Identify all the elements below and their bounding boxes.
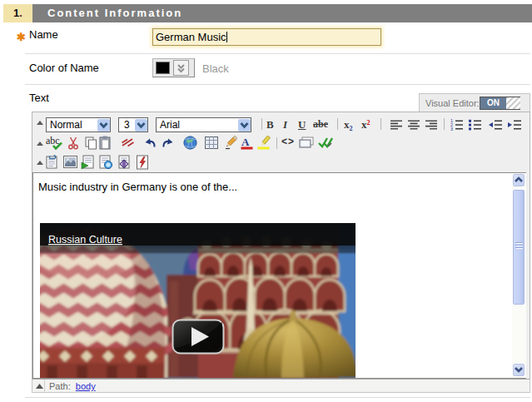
svg-text:Russian Culture: Russian Culture <box>48 234 122 246</box>
svg-text:A: A <box>241 136 250 148</box>
svg-text:3: 3 <box>450 127 453 131</box>
